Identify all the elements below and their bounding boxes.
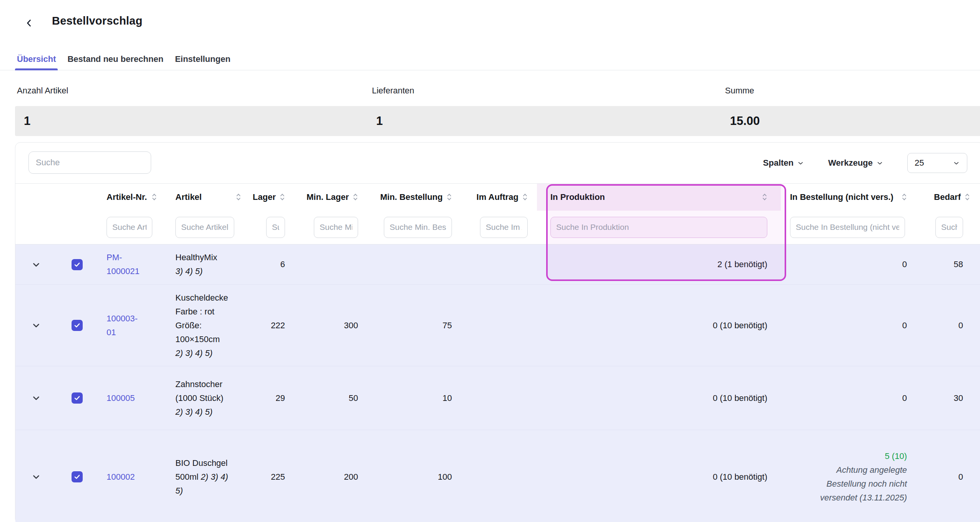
row-checkbox[interactable] xyxy=(72,392,83,404)
header-label: Min. Bestellung xyxy=(380,192,443,202)
cell-min-lager: 200 xyxy=(344,472,358,482)
toolbar-right: Spalten Werkzeuge 25 xyxy=(763,143,967,183)
cell-in-produktion: 0 (10 benötigt) xyxy=(713,321,767,330)
header-artikel-nr[interactable]: Artikel-Nr. xyxy=(97,184,166,211)
filter-bedarf-input[interactable] xyxy=(935,217,963,238)
tab-label: Bestand neu berechnen xyxy=(67,54,163,64)
header-label: In Bestellung (nicht vers.) xyxy=(790,192,893,202)
back-button[interactable] xyxy=(22,16,36,30)
filter-artikel-nr-input[interactable] xyxy=(107,217,152,238)
page-size-value: 25 xyxy=(915,158,924,168)
search-input[interactable] xyxy=(28,151,151,174)
header-label: Artikel-Nr. xyxy=(107,192,147,202)
sort-icon xyxy=(152,193,157,201)
header-in-produktion[interactable]: In Produktion xyxy=(537,184,781,211)
sort-icon xyxy=(522,193,528,201)
check-icon xyxy=(73,473,81,480)
table-filter-row xyxy=(15,211,980,244)
cell-bedarf: 0 xyxy=(958,472,963,482)
artikel-nr-link[interactable]: PM-1000021 xyxy=(107,251,145,278)
filter-min-lager-input[interactable] xyxy=(314,217,358,238)
sort-icon xyxy=(965,193,970,201)
cell-in-produktion: 2 (1 benötigt) xyxy=(717,259,767,269)
table-row: 100002 BIO Duschgel 500ml 2) 3) 4) 5) 22… xyxy=(15,430,980,522)
cell-in-bestellung: 0 xyxy=(902,393,907,403)
bestellvorschlag-page: Bestellvorschlag Übersicht Bestand neu b… xyxy=(0,0,980,522)
bestellvorschlag-table: Artikel-Nr. Artikel Lager Min. Lager Min… xyxy=(15,183,980,522)
tools-button[interactable]: Werkzeuge xyxy=(828,158,883,168)
cell-lager: 29 xyxy=(276,393,285,403)
row-checkbox[interactable] xyxy=(72,259,83,270)
filter-in-produktion-input[interactable] xyxy=(550,217,767,238)
header-label: Bedarf xyxy=(934,192,961,202)
stat-value-lieferanten: 1 xyxy=(376,106,383,136)
artikel-nr-link[interactable]: 100003-01 xyxy=(107,312,145,339)
chevron-down-icon xyxy=(31,260,41,270)
sort-icon xyxy=(236,193,241,201)
header-bedarf[interactable]: Bedarf xyxy=(915,184,980,211)
tab-uebersicht[interactable]: Übersicht xyxy=(15,48,58,70)
expand-row-button[interactable] xyxy=(31,321,41,331)
cell-in-bestellung: 0 xyxy=(902,321,907,330)
header-select xyxy=(57,184,97,211)
artikel-note: 2) 3) 4) 5) xyxy=(175,346,235,360)
table-card: Spalten Werkzeuge 25 xyxy=(15,142,980,522)
expand-row-button[interactable] xyxy=(31,260,41,270)
header-im-auftrag[interactable]: Im Auftrag xyxy=(461,184,537,211)
sort-icon xyxy=(447,193,452,201)
artikel-name: Zahnstocher (1000 Stück) xyxy=(175,379,223,403)
stat-value-anzahl-artikel: 1 xyxy=(24,106,30,136)
artikel-nr-link[interactable]: 100002 xyxy=(107,470,135,484)
columns-button[interactable]: Spalten xyxy=(763,158,804,168)
stat-label-summe: Summe xyxy=(725,82,754,99)
header-min-lager[interactable]: Min. Lager xyxy=(294,184,367,211)
stats-labels: Anzahl Artikel Lieferanten Summe xyxy=(0,82,980,99)
header-expand xyxy=(15,184,57,211)
cell-lager: 6 xyxy=(280,259,285,269)
cell-min-bestellung: 100 xyxy=(438,472,452,482)
page-title: Bestellvorschlag xyxy=(52,15,142,27)
chevron-down-icon xyxy=(953,160,960,167)
filter-artikel-input[interactable] xyxy=(175,217,234,238)
stats-values: 1 1 15.00 xyxy=(15,106,980,136)
cell-bedarf: 58 xyxy=(954,259,963,269)
page-size-select[interactable]: 25 xyxy=(907,153,967,173)
cell-in-bestellung-warning: Achtung angelegte Bestellung noch nicht … xyxy=(805,463,907,505)
tab-einstellungen[interactable]: Einstellungen xyxy=(173,48,232,70)
header-in-bestellung[interactable]: In Bestellung (nicht vers.) xyxy=(781,184,915,211)
cell-in-bestellung: 0 xyxy=(902,259,907,269)
header-min-bestellung[interactable]: Min. Bestellung xyxy=(367,184,461,211)
cell-min-bestellung: 75 xyxy=(443,321,452,330)
cell-bedarf: 30 xyxy=(954,393,963,403)
filter-in-bestellung-input[interactable] xyxy=(790,217,905,238)
cell-min-bestellung: 10 xyxy=(443,393,452,403)
table-row: 100005 Zahnstocher (1000 Stück)2) 3) 4) … xyxy=(15,366,980,430)
sort-icon xyxy=(762,193,767,201)
expand-row-button[interactable] xyxy=(31,393,41,403)
tab-bestand-neu-berechnen[interactable]: Bestand neu berechnen xyxy=(65,48,165,70)
filter-im-auftrag-input[interactable] xyxy=(480,217,528,238)
header-label: In Produktion xyxy=(550,192,605,202)
chevron-down-icon xyxy=(797,160,804,167)
tab-label: Einstellungen xyxy=(175,54,230,64)
artikel-note: 3) 4) 5) xyxy=(175,264,235,278)
artikel-note: 2) 3) 4) 5) xyxy=(175,405,235,419)
chevron-down-icon xyxy=(31,393,41,403)
cell-min-lager: 50 xyxy=(349,393,358,403)
table-row: PM-1000021 HealthyMix3) 4) 5) 6 2 (1 ben… xyxy=(15,244,980,285)
row-checkbox[interactable] xyxy=(72,320,83,331)
row-checkbox[interactable] xyxy=(72,471,83,482)
filter-min-bestellung-input[interactable] xyxy=(384,217,452,238)
header-artikel[interactable]: Artikel xyxy=(166,184,250,211)
header-lager[interactable]: Lager xyxy=(250,184,294,211)
expand-row-button[interactable] xyxy=(31,472,41,482)
artikel-nr-link[interactable]: 100005 xyxy=(107,391,135,405)
table-row: 100003-01 Kuscheldecke Farbe : rot Größe… xyxy=(15,285,980,366)
filter-lager-input[interactable] xyxy=(266,217,285,238)
header-label: Lager xyxy=(253,192,276,202)
cell-in-produktion: 0 (10 benötigt) xyxy=(713,393,767,403)
artikel-name: Kuscheldecke Farbe : rot Größe: 100×150c… xyxy=(175,293,228,344)
chevron-left-icon xyxy=(24,18,34,28)
stat-value-summe: 15.00 xyxy=(730,106,760,136)
header-label: Artikel xyxy=(175,192,202,202)
